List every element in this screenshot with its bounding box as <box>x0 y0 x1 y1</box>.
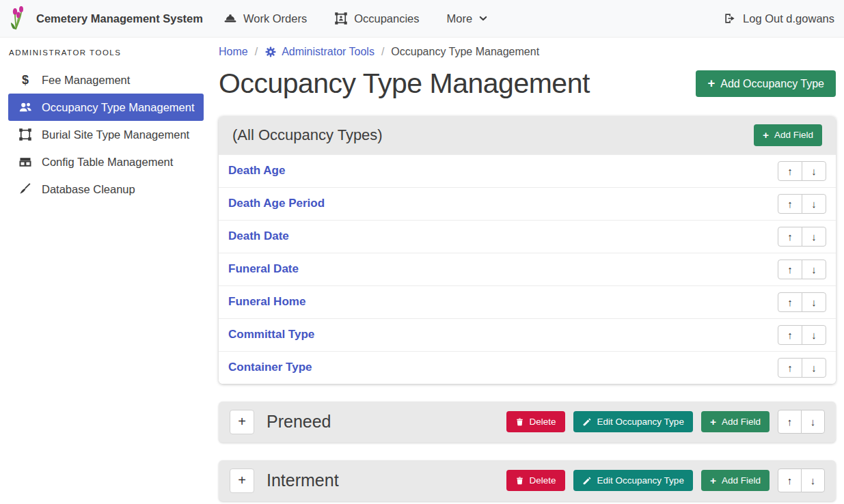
move-up-button[interactable]: ↑ <box>778 194 802 214</box>
nav-occupancies[interactable]: Occupancies <box>334 12 419 25</box>
reorder-buttons: ↑ ↓ <box>778 260 826 279</box>
sidebar-item-burial-site-type-management[interactable]: Burial Site Type Management <box>8 121 204 148</box>
sidebar-item-label: Config Table Management <box>42 156 173 169</box>
users-icon <box>18 100 33 114</box>
sidebar-item-label: Burial Site Type Management <box>42 128 189 141</box>
broom-icon <box>18 182 33 196</box>
move-up-button[interactable]: ↑ <box>778 410 802 434</box>
plus-icon: + <box>707 77 715 89</box>
breadcrumb: Home / Administrator To <box>219 46 836 58</box>
card-header: (All Occupancy Types) + Add Field <box>219 116 836 154</box>
edit-occupancy-type-button[interactable]: Edit Occupancy Type <box>573 470 693 491</box>
nav-work-orders-label: Work Orders <box>243 12 307 25</box>
field-link[interactable]: Container Type <box>228 361 312 374</box>
breadcrumb-admin-tools-link[interactable]: Administrator Tools <box>264 46 375 58</box>
breadcrumb-admin-tools-label: Administrator Tools <box>282 46 375 58</box>
breadcrumb-separator: / <box>381 46 384 58</box>
field-link[interactable]: Death Date <box>228 229 289 243</box>
delete-label: Delete <box>530 475 556 486</box>
edit-occupancy-type-button[interactable]: Edit Occupancy Type <box>573 411 693 432</box>
logout-button[interactable]: Log Out d.gowans <box>723 12 834 25</box>
sign-out-icon <box>723 12 737 25</box>
move-up-button[interactable]: ↑ <box>778 161 802 181</box>
field-row: Funeral Date ↑ ↓ <box>219 253 836 285</box>
delete-button[interactable]: Delete <box>506 470 565 491</box>
add-field-button[interactable]: + Add Field <box>754 124 822 146</box>
sidebar-item-occupancy-type-management[interactable]: Occupancy Type Management <box>8 94 204 121</box>
reorder-buttons: ↑ ↓ <box>778 325 826 345</box>
move-up-button[interactable]: ↑ <box>778 358 802 378</box>
move-down-button[interactable]: ↓ <box>802 227 826 247</box>
sidebar-item-label: Fee Management <box>42 74 130 87</box>
field-link[interactable]: Committal Type <box>228 328 314 341</box>
title-row: Occupancy Type Management + Add Occupanc… <box>219 68 836 100</box>
nav-more[interactable]: More <box>447 12 489 25</box>
field-link[interactable]: Death Age Period <box>228 197 325 210</box>
add-field-label: Add Field <box>774 130 813 140</box>
move-down-button[interactable]: ↓ <box>801 468 825 492</box>
nav-more-label: More <box>447 12 473 25</box>
expand-section-button[interactable]: + <box>230 410 254 434</box>
field-link[interactable]: Funeral Date <box>228 262 299 276</box>
add-field-button[interactable]: + Add Field <box>701 470 770 492</box>
field-row: Death Date ↑ ↓ <box>219 220 836 253</box>
move-down-button[interactable]: ↓ <box>801 410 825 434</box>
pencil-icon <box>582 476 592 486</box>
sidebar-item-database-cleanup[interactable]: Database Cleanup <box>8 176 204 203</box>
section-actions: Delete Edit Occupancy Type + Add Field <box>506 410 825 434</box>
sidebar-item-config-table-management[interactable]: Config Table Management <box>8 148 204 176</box>
move-down-button[interactable]: ↓ <box>802 260 826 279</box>
gear-icon <box>264 46 277 58</box>
move-down-button[interactable]: ↓ <box>802 292 826 312</box>
sidebar-item-label: Occupancy Type Management <box>42 101 195 114</box>
reorder-buttons: ↑ ↓ <box>778 292 826 312</box>
move-down-button[interactable]: ↓ <box>802 161 826 181</box>
move-up-button[interactable]: ↑ <box>778 292 802 312</box>
reorder-buttons: ↑ ↓ <box>778 161 826 181</box>
sidebar-item-label: Database Cleanup <box>42 183 135 196</box>
move-up-button[interactable]: ↑ <box>778 227 802 247</box>
edit-occupancy-type-label: Edit Occupancy Type <box>597 475 684 486</box>
move-down-button[interactable]: ↓ <box>802 325 826 345</box>
card-title: (All Occupancy Types) <box>232 126 383 144</box>
section-actions: Delete Edit Occupancy Type + Add Field <box>506 468 825 492</box>
reorder-buttons: ↑ ↓ <box>778 227 826 247</box>
nav-occupancies-label: Occupancies <box>354 12 419 25</box>
reorder-buttons: ↑ ↓ <box>778 410 825 434</box>
section-title: Preneed <box>267 412 331 432</box>
page-title: Occupancy Type Management <box>219 68 590 100</box>
breadcrumb-home-link[interactable]: Home <box>219 46 248 58</box>
add-field-label: Add Field <box>722 475 761 486</box>
all-occupancy-types-card: (All Occupancy Types) + Add Field Death … <box>219 116 836 384</box>
chevron-down-icon <box>478 14 488 23</box>
field-link[interactable]: Funeral Home <box>228 295 305 309</box>
reorder-buttons: ↑ ↓ <box>778 194 826 214</box>
delete-button[interactable]: Delete <box>506 411 565 432</box>
dollar-icon: $ <box>18 73 33 87</box>
hard-hat-icon <box>223 12 237 25</box>
tulip-logo-icon <box>10 6 30 31</box>
sidebar-item-fee-management[interactable]: $ Fee Management <box>8 66 204 94</box>
delete-label: Delete <box>530 417 556 427</box>
sidebar-heading: Administrator Tools <box>0 42 212 66</box>
brand[interactable]: Cemetery Management System <box>10 6 203 31</box>
vector-square-icon <box>18 128 33 141</box>
field-link[interactable]: Death Age <box>228 164 285 178</box>
move-down-button[interactable]: ↓ <box>802 194 826 214</box>
plus-icon: + <box>710 475 716 486</box>
expand-section-button[interactable]: + <box>230 468 254 493</box>
add-occupancy-type-button[interactable]: + Add Occupancy Type <box>696 70 836 96</box>
move-up-button[interactable]: ↑ <box>778 260 802 279</box>
move-up-button[interactable]: ↑ <box>778 325 802 345</box>
breadcrumb-current-page: Occupancy Type Management <box>391 46 539 58</box>
move-up-button[interactable]: ↑ <box>778 468 802 492</box>
nav-work-orders[interactable]: Work Orders <box>223 12 307 25</box>
add-field-button[interactable]: + Add Field <box>701 411 770 433</box>
field-row: Committal Type ↑ ↓ <box>219 318 836 351</box>
move-down-button[interactable]: ↓ <box>802 358 826 378</box>
plus-icon: + <box>710 417 716 428</box>
trash-icon <box>515 417 524 427</box>
occupancy-frame-icon <box>334 12 348 25</box>
sidebar: Administrator Tools $ Fee Management Occ… <box>0 38 212 504</box>
field-row: Death Age Period ↑ ↓ <box>219 187 836 220</box>
